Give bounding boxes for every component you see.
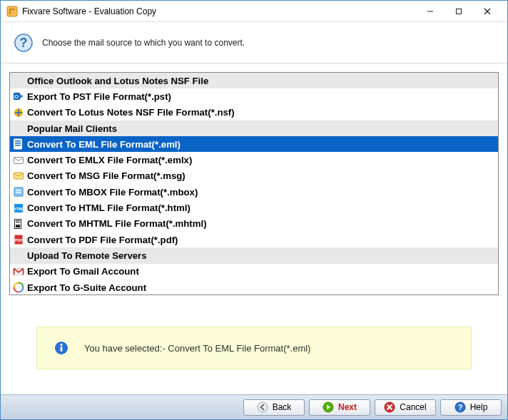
svg-text:?: ? [457,403,462,411]
msg-icon [13,170,24,182]
list-item-label: Convert To MHTML File Format(*.mhtml) [27,218,207,229]
list-item[interactable]: HTMLConvert To HTML File Format(*.html) [10,200,498,215]
app-icon [6,6,18,17]
svg-point-33 [60,344,62,346]
next-icon [322,401,334,413]
header-prompt: Choose the mail source to which you want… [42,38,245,48]
list-item-label: Convert To Lotus Notes NSF File Format(*… [27,107,235,118]
svg-text:O: O [14,93,19,100]
format-list[interactable]: Office Outlook and Lotus Notes NSF FileO… [9,72,499,295]
next-label: Next [338,402,357,412]
titlebar: Fixvare Software - Evaluation Copy [1,1,507,22]
svg-rect-17 [16,190,21,190]
svg-rect-22 [16,225,20,227]
window-title: Fixvare Software - Evaluation Copy [22,6,416,16]
list-container: Office Outlook and Lotus Notes NSF FileO… [1,63,507,301]
list-section-header: Upload To Remote Servers [10,247,498,263]
svg-rect-18 [16,192,21,193]
svg-text:?: ? [20,36,28,50]
gsuite-icon [13,282,24,293]
list-item-label: Convert To HTML File Format(*.html) [27,203,190,213]
outlook-icon: O [13,91,24,102]
status-banner: You have selected:- Convert To EML File … [36,327,472,369]
minimize-button[interactable] [416,1,444,21]
list-section-header: Popular Mail Clients [10,121,498,136]
svg-rect-24 [16,222,20,222]
list-item[interactable]: Convert To MSG File Format(*.msg) [10,168,498,184]
svg-point-35 [258,402,268,412]
status-container: You have selected:- Convert To EML File … [1,301,507,398]
list-section-header: Office Outlook and Lotus Notes NSF File [10,73,498,88]
maximize-button[interactable] [444,1,473,21]
emlx-icon [13,155,24,166]
help-icon: ? [14,33,34,53]
list-item-label: Convert To PDF File Format(*.pdf) [27,235,178,245]
pdf-icon: PDF [13,234,24,245]
status-text: You have selected:- Convert To EML File … [84,343,310,354]
svg-text:HTML: HTML [14,207,24,211]
list-item-label: Convert To EMLX File Format(*.emlx) [27,155,192,165]
cancel-button[interactable]: Cancel [375,399,436,416]
back-button[interactable]: Back [243,399,305,416]
back-icon [257,401,268,413]
back-label: Back [273,402,292,412]
list-item-label: Export To G-Suite Account [27,282,146,293]
list-item[interactable]: Convert To EML File Format(*.eml) [10,136,498,152]
list-item-label: Export To PST File Format(*.pst) [27,91,171,102]
help-button[interactable]: ? Help [440,399,502,416]
svg-rect-23 [16,220,20,221]
svg-text:PDF: PDF [15,238,24,242]
list-item-label: Export To Gmail Account [27,266,139,277]
list-item-label: Convert To EML File Format(*.eml) [27,139,181,150]
svg-rect-11 [15,140,21,142]
list-item-label: Upload To Remote Servers [27,250,147,261]
list-item[interactable]: Convert To Lotus Notes NSF File Format(*… [10,105,498,121]
list-item[interactable]: Export To G-Suite Account [10,280,498,295]
lotus-icon [13,107,24,118]
mbox-icon [13,186,24,198]
list-item[interactable]: Export To Gmail Account [10,264,498,280]
svg-rect-13 [15,145,21,146]
help-button-icon: ? [454,401,466,413]
list-item[interactable]: OExport To PST File Format(*.pst) [10,88,498,104]
gmail-icon [13,266,24,277]
footer: Back Next Cancel ? Help [1,394,507,419]
list-item[interactable]: Convert To MHTML File Format(*.mhtml) [10,216,498,232]
list-item-label: Convert To MBOX File Format(*.mbox) [27,187,198,198]
svg-rect-34 [61,347,63,352]
html-icon: HTML [13,203,24,214]
mhtml-icon [13,218,24,230]
list-item[interactable]: Convert To EMLX File Format(*.emlx) [10,152,498,168]
cancel-icon [384,401,395,413]
svg-rect-0 [7,6,17,16]
cancel-label: Cancel [400,402,426,412]
eml-icon [13,138,24,150]
list-item-label: Office Outlook and Lotus Notes NSF File [27,76,208,86]
list-item-label: Convert To MSG File Format(*.msg) [27,170,186,181]
svg-rect-12 [15,143,21,144]
svg-rect-2 [457,9,462,14]
info-icon [54,341,68,355]
help-label: Help [470,402,488,412]
list-item[interactable]: PDFConvert To PDF File Format(*.pdf) [10,232,498,247]
close-button[interactable] [473,1,502,21]
next-button[interactable]: Next [309,399,370,416]
list-item[interactable]: Convert To MBOX File Format(*.mbox) [10,184,498,200]
header: ? Choose the mail source to which you wa… [1,22,507,63]
list-item-label: Popular Mail Clients [27,123,117,134]
